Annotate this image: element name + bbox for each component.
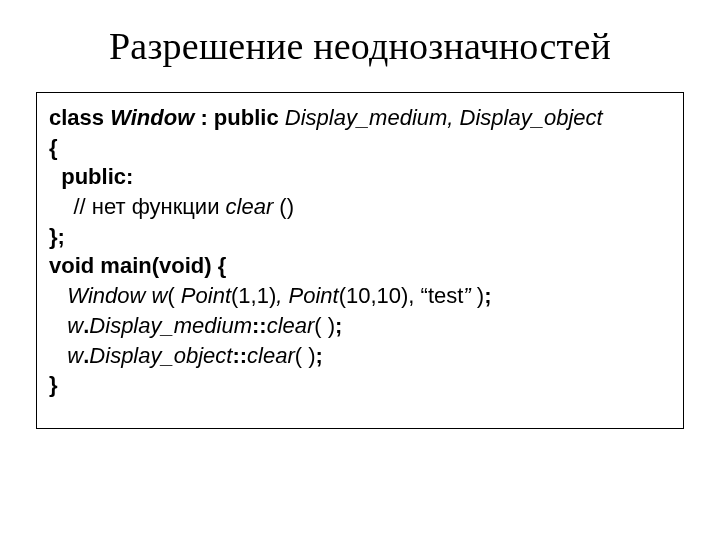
inherit-public: : public (194, 105, 284, 130)
call-args-1: ( ) (314, 313, 335, 338)
code-line-4: // нет функции clear () (49, 192, 671, 222)
code-line-8: w.Display_medium::clear( ); (49, 311, 671, 341)
code-line-9: w.Display_object::clear( ); (49, 341, 671, 371)
code-line-3: public: (49, 162, 671, 192)
call-args-2: ( ) (295, 343, 316, 368)
decl-window-w: Window w (49, 283, 167, 308)
scope-do: Display_object (89, 343, 232, 368)
open-quote: “ (421, 283, 428, 308)
expr-w-1: w (49, 313, 83, 338)
semicolon-3: ; (316, 343, 323, 368)
main-signature: void main(void) { (49, 253, 226, 278)
expr-w-2: w (49, 343, 83, 368)
code-line-10: } (49, 370, 671, 400)
code-line-2: { (49, 133, 671, 163)
call-clear-2: clear (247, 343, 295, 368)
arg-open: ( (167, 283, 180, 308)
base-classes: Display_medium, Display_object (285, 105, 603, 130)
cls-window: Window (110, 105, 194, 130)
code-line-6: void main(void) { (49, 251, 671, 281)
point-1: Point (181, 283, 231, 308)
string-test: test (428, 283, 463, 308)
code-line-7: Window w( Point(1,1), Point(10,10), “tes… (49, 281, 671, 311)
slide: Разрешение неоднозначностей class Window… (0, 0, 720, 540)
point-2-args: (10,10), (339, 283, 421, 308)
scope-dm: Display_medium (89, 313, 252, 338)
comment-text-2: () (273, 194, 294, 219)
scope-op-1: :: (252, 313, 267, 338)
close-quote: ” (463, 283, 470, 308)
code-box: class Window : public Display_medium, Di… (36, 92, 684, 429)
scope-op-2: :: (232, 343, 247, 368)
semicolon-1: ; (484, 283, 491, 308)
main-close: } (49, 372, 58, 397)
arg-close: ) (471, 283, 484, 308)
call-clear-1: clear (267, 313, 315, 338)
brace-open: { (49, 135, 58, 160)
point-2: , Point (276, 283, 338, 308)
point-1-args: (1,1) (231, 283, 276, 308)
code-line-1: class Window : public Display_medium, Di… (49, 103, 671, 133)
class-close: }; (49, 224, 65, 249)
kw-public: public: (49, 164, 133, 189)
comment-ident-clear: clear (226, 194, 274, 219)
code-line-5: }; (49, 222, 671, 252)
comment-text-1: // нет функции (49, 194, 226, 219)
slide-title: Разрешение неоднозначностей (36, 24, 684, 68)
semicolon-2: ; (335, 313, 342, 338)
kw-class: class (49, 105, 110, 130)
